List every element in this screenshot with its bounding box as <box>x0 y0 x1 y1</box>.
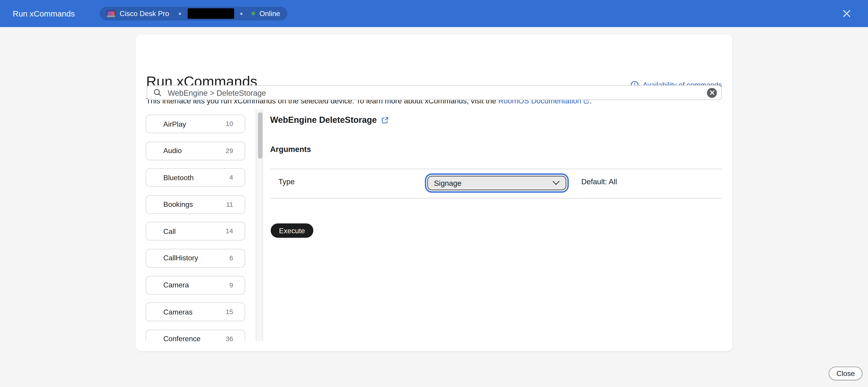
command-title: WebEngine DeleteStorage <box>270 115 388 125</box>
sidebar-item-count: 36 <box>225 335 233 341</box>
type-select-dropdown[interactable]: Signage <box>428 176 566 190</box>
argument-default-value: Default: All <box>581 177 617 186</box>
separator-dot-icon <box>179 12 181 15</box>
divider <box>270 198 722 199</box>
device-status: Online <box>259 9 280 18</box>
sidebar-item-bookings[interactable]: Bookings 11 <box>146 195 245 214</box>
sidebar-item-label: Cameras <box>163 308 192 316</box>
execute-button[interactable]: Execute <box>271 223 313 238</box>
list-scrollbar-track[interactable] <box>256 109 263 341</box>
sidebar-item-count: 9 <box>229 281 233 289</box>
run-xcommands-modal: Run xCommands Cisco Desk Pro Online Avai… <box>0 0 868 387</box>
xcommands-card: Availability of commands Run xCommands T… <box>135 34 733 351</box>
type-select-value: Signage <box>434 179 553 187</box>
command-search-box <box>147 85 722 100</box>
command-category-list: AirPlay 10 Audio 29 Bluetooth 4 Bookings… <box>146 109 246 341</box>
sidebar-item-count: 11 <box>226 201 233 208</box>
command-external-link-icon[interactable] <box>381 116 389 124</box>
sidebar-item-camera[interactable]: Camera 9 <box>146 276 245 294</box>
chevron-down-icon <box>553 181 560 185</box>
sidebar-item-label: CallHistory <box>163 254 198 262</box>
sidebar-item-cameras[interactable]: Cameras 15 <box>146 303 245 321</box>
close-icon[interactable] <box>841 8 852 19</box>
sidebar-item-conference[interactable]: Conference 36 <box>146 329 245 341</box>
top-bar: Run xCommands Cisco Desk Pro Online <box>0 0 868 27</box>
sidebar-item-callhistory[interactable]: CallHistory 6 <box>146 249 245 268</box>
command-title-text: WebEngine DeleteStorage <box>270 115 377 125</box>
sidebar-item-label: AirPlay <box>163 120 186 128</box>
separator-dot-icon <box>240 12 242 15</box>
sidebar-item-count: 6 <box>229 254 233 262</box>
sidebar-item-count: 15 <box>225 308 233 316</box>
list-scrollbar-thumb[interactable] <box>258 112 262 159</box>
sidebar-item-count: 4 <box>229 174 233 181</box>
app-title: Run xCommands <box>13 0 74 27</box>
sidebar-item-count: 10 <box>225 120 233 128</box>
sidebar-item-label: Bookings <box>163 200 193 209</box>
arguments-heading: Arguments <box>270 145 311 154</box>
clear-search-icon[interactable] <box>707 87 717 98</box>
sidebar-item-airplay[interactable]: AirPlay 10 <box>146 114 245 133</box>
sidebar-item-count: 14 <box>225 227 233 235</box>
argument-label-type: Type <box>278 177 295 186</box>
sidebar-item-label: Camera <box>163 281 189 289</box>
redacted-device-label <box>187 8 234 19</box>
device-pill[interactable]: Cisco Desk Pro Online <box>100 6 287 20</box>
search-icon <box>153 89 162 97</box>
sidebar-item-call[interactable]: Call 14 <box>146 222 245 241</box>
sidebar-item-label: Bluetooth <box>163 173 194 182</box>
sidebar-item-label: Audio <box>163 146 182 155</box>
divider <box>270 169 722 169</box>
sidebar-item-label: Call <box>163 227 176 236</box>
device-name: Cisco Desk Pro <box>120 9 169 18</box>
close-button[interactable]: Close <box>829 367 863 381</box>
desk-pro-device-icon <box>107 10 115 17</box>
sidebar-item-label: Conference <box>163 335 200 341</box>
online-status-dot-icon <box>251 11 255 15</box>
sidebar-item-bluetooth[interactable]: Bluetooth 4 <box>146 168 245 187</box>
sidebar-item-audio[interactable]: Audio 29 <box>146 141 245 160</box>
sidebar-item-count: 29 <box>225 147 233 154</box>
search-input[interactable] <box>166 87 707 98</box>
